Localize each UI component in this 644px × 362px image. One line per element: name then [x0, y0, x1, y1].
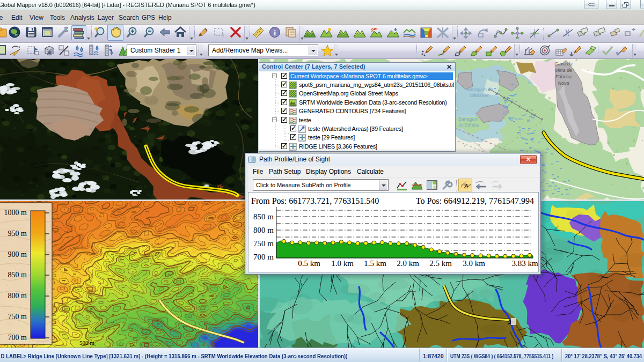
svg-text:500 m: 500 m: [79, 339, 94, 346]
svg-text:3.0 km: 3.0 km: [463, 259, 485, 268]
svg-text:To Pos: 664912.219, 7761547.99: To Pos: 664912.219, 7761547.994: [416, 196, 534, 205]
svg-text:Barragem: Barragem: [458, 116, 478, 122]
svg-text:Santarém: Santarém: [470, 93, 490, 98]
svg-text:900 m: 900 m: [8, 250, 27, 258]
svg-text:1.5 km: 1.5 km: [364, 259, 386, 268]
svg-text:Barragem de: Barragem de: [466, 87, 493, 92]
svg-text:i: i: [274, 28, 276, 37]
svg-text:Cava da: Cava da: [554, 61, 573, 67]
svg-text:1000 m: 1000 m: [4, 209, 27, 217]
svg-text:3D: 3D: [47, 51, 52, 54]
svg-text:850 m: 850 m: [253, 212, 274, 221]
svg-text:From Pos: 661773.721, 7763151.: From Pos: 661773.721, 7763151.540: [251, 196, 379, 205]
svg-text:800 m: 800 m: [253, 226, 274, 234]
svg-text:Mina de: Mina de: [555, 68, 572, 73]
svg-text:700 m: 700 m: [253, 253, 274, 261]
svg-text:1.0 km: 1.0 km: [331, 259, 354, 268]
svg-text:2.0 km: 2.0 km: [397, 259, 419, 268]
svg-text:A: A: [464, 183, 468, 189]
svg-text:750 m: 750 m: [8, 313, 27, 321]
svg-text:3.83 km: 3.83 km: [511, 259, 538, 268]
svg-text:0.5 km: 0.5 km: [298, 259, 320, 268]
svg-text:700 m: 700 m: [8, 334, 27, 342]
svg-text:Nova: Nova: [558, 80, 569, 86]
svg-text:800 m: 800 m: [8, 292, 27, 300]
svg-text:750 m: 750 m: [253, 239, 274, 248]
svg-text:Fábrica: Fábrica: [555, 74, 572, 79]
svg-text:850 m: 850 m: [8, 271, 27, 279]
svg-text:2.5 km: 2.5 km: [429, 259, 452, 268]
svg-text:do Santos: do Santos: [458, 122, 479, 128]
svg-text:950 m: 950 m: [8, 230, 27, 238]
